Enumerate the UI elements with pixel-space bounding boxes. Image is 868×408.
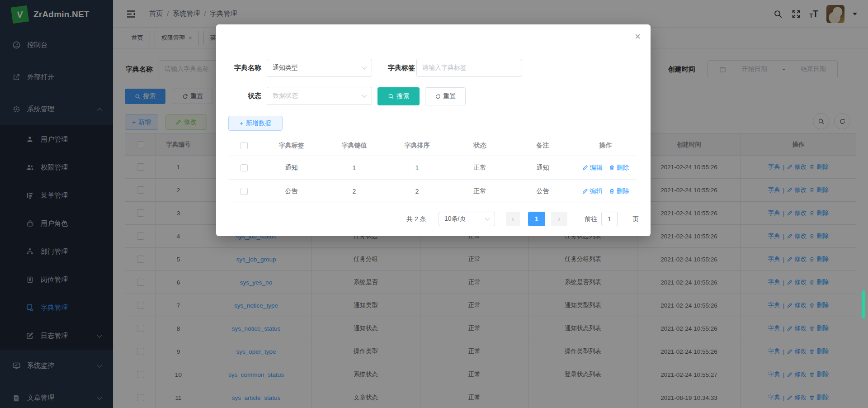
modal-dict-name-value: 通知类型 [273, 64, 298, 72]
goto-page-value: 1 [608, 215, 611, 223]
dict-sort-cell: 1 [386, 156, 448, 179]
search-icon [388, 93, 394, 100]
col-dict-value: 字典键值 [323, 136, 386, 156]
chevron-down-icon [362, 64, 367, 69]
modal-dict-label-placeholder: 请输入字典标签 [422, 64, 467, 72]
modal-dict-label-input[interactable]: 请输入字典标签 [416, 59, 522, 77]
row-checkbox[interactable] [228, 156, 260, 179]
modal-search-button[interactable]: 搜索 [377, 87, 420, 105]
scrollbar-thumb[interactable] [862, 290, 865, 318]
col-dict-sort: 字典排序 [386, 136, 448, 156]
dict-sort-cell: 2 [386, 180, 448, 203]
pagination-total: 共 2 条 [406, 212, 426, 226]
edit-action-link[interactable]: 编辑 [582, 187, 603, 195]
dict-data-dialog: × 字典名称 通知类型 字典标签 请输入字典标签 状态 数据状态 搜索 重置 [216, 24, 651, 236]
modal-table-row: 通知 1 1 正常 通知 编辑 删除 [228, 156, 637, 180]
modal-search-button-label: 搜索 [397, 92, 410, 100]
trash-icon [609, 188, 615, 194]
modal-status-select[interactable]: 数据状态 [267, 87, 372, 105]
modal-dict-data-table: 字典标签 字典键值 字典排序 状态 备注 操作 通知 1 1 正常 通知 编辑 … [228, 136, 637, 203]
delete-action-link[interactable]: 删除 [609, 164, 629, 172]
status-cell: 正常 [448, 156, 511, 179]
plus-icon: + [240, 120, 243, 127]
dict-label-cell: 通知 [260, 156, 323, 179]
modal-dict-name-label: 字典名称 [227, 59, 261, 77]
col-actions: 操作 [574, 136, 637, 156]
dict-value-cell: 1 [323, 156, 386, 179]
modal-status-placeholder: 数据状态 [273, 92, 298, 100]
page-size-value: 10条/页 [444, 215, 466, 223]
col-status: 状态 [448, 136, 511, 156]
close-icon[interactable]: × [635, 32, 641, 42]
page-unit-label: 页 [632, 212, 639, 226]
modal-add-data-button[interactable]: + 新增数据 [228, 116, 283, 131]
chevron-down-icon [362, 92, 367, 97]
row-checkbox[interactable] [228, 180, 260, 203]
modal-table-header-row: 字典标签 字典键值 字典排序 状态 备注 操作 [228, 136, 637, 156]
pencil-icon [582, 165, 588, 171]
next-page-button[interactable]: › [551, 212, 567, 226]
dict-value-cell: 2 [323, 180, 386, 203]
goto-page-input[interactable]: 1 [601, 212, 618, 226]
app-root: V ZrAdmin.NET 控制台 外部打开 系统管理 [0, 0, 868, 408]
chevron-down-icon [485, 215, 490, 220]
modal-table-row: 公告 2 2 正常 公告 编辑 删除 [228, 180, 637, 203]
modal-table-body: 通知 1 1 正常 通知 编辑 删除 公告 2 2 正常 公告 编辑 [228, 156, 637, 203]
row-actions: 编辑 删除 [574, 156, 637, 179]
delete-action-link[interactable]: 删除 [609, 187, 629, 195]
goto-label: 前往 [585, 212, 597, 226]
current-page-button[interactable]: 1 [528, 212, 545, 226]
modal-select-all-checkbox[interactable] [228, 136, 260, 156]
trash-icon [609, 165, 615, 171]
modal-reset-button[interactable]: 重置 [425, 87, 466, 105]
refresh-icon [435, 94, 441, 100]
status-cell: 正常 [448, 180, 511, 203]
modal-dict-label-label: 字典标签 [377, 59, 415, 77]
modal-status-label: 状态 [227, 87, 261, 105]
pencil-icon [582, 188, 588, 194]
remark-cell: 通知 [511, 156, 574, 179]
page-size-select[interactable]: 10条/页 [439, 212, 495, 226]
col-remark: 备注 [511, 136, 574, 156]
prev-page-button[interactable]: ‹ [506, 212, 520, 226]
row-actions: 编辑 删除 [574, 180, 637, 203]
remark-cell: 公告 [511, 180, 574, 203]
modal-dict-name-select[interactable]: 通知类型 [267, 59, 372, 77]
edit-action-link[interactable]: 编辑 [582, 164, 603, 172]
dict-label-cell: 公告 [260, 180, 323, 203]
col-dict-label: 字典标签 [260, 136, 323, 156]
modal-pagination: 共 2 条 10条/页 ‹ 1 › 前往 1 页 [216, 212, 651, 226]
modal-reset-button-label: 重置 [443, 92, 456, 100]
modal-add-data-label: 新增数据 [246, 119, 271, 128]
